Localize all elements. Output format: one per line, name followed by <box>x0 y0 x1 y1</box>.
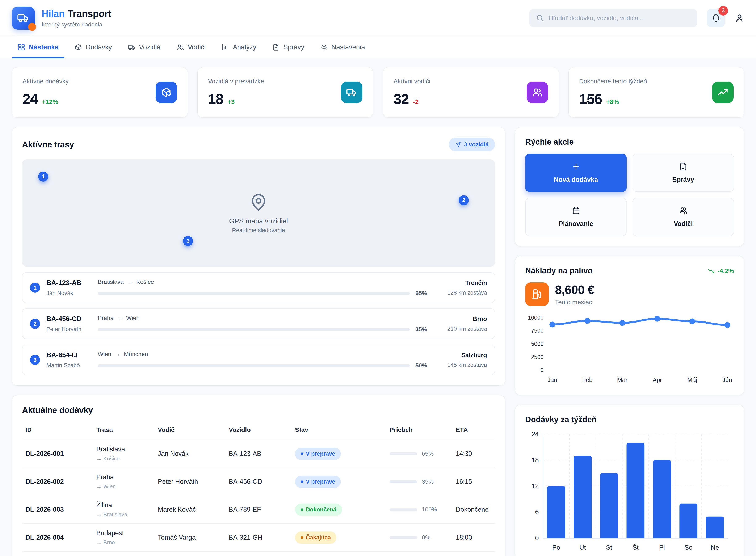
driver-name: Tomáš Varga <box>154 524 226 552</box>
col-id: ID <box>22 421 93 440</box>
vehicles-count-badge[interactable]: 3 vozidlá <box>449 138 495 151</box>
map-vehicle-marker[interactable]: 1 <box>38 172 48 182</box>
tab-vozidla[interactable]: Vozidlá <box>122 36 167 58</box>
route-item[interactable]: 2 BA-456-CD Peter Horváth Praha → Wien <box>22 308 495 339</box>
fuel-panel-title: Náklady na palivo <box>525 266 593 275</box>
progress-percent: 35% <box>422 478 434 485</box>
fuel-line-chart: 100007500500025000JanFebMarAprMájJún <box>525 311 734 385</box>
search-input[interactable] <box>549 14 690 22</box>
gps-map[interactable]: GPS mapa vozidiel Real-time sledovanie 1… <box>22 160 495 267</box>
map-vehicle-marker[interactable]: 3 <box>183 236 193 246</box>
quick-actions-title: Rýchle akcie <box>525 138 734 146</box>
route-progress-track <box>98 364 410 367</box>
app-header: HilanTransport Interný systém riadenia 3 <box>0 0 756 36</box>
truck-logo-icon <box>17 12 29 24</box>
package-check-icon <box>161 87 172 98</box>
quick-action-vodici[interactable]: Vodiči <box>632 198 734 236</box>
stat-label: Aktívni vodiči <box>393 78 430 85</box>
quick-action-spravy[interactable]: Správy <box>632 154 734 192</box>
fuel-line-chart-svg: 100007500500025000JanFebMarAprMájJún <box>525 311 734 385</box>
svg-text:So: So <box>684 544 692 551</box>
truck-icon <box>128 43 135 51</box>
tab-vodici[interactable]: Vodiči <box>171 36 211 58</box>
driver-name: Peter Horváth <box>46 326 92 333</box>
user-menu-button[interactable] <box>734 13 744 23</box>
eta-value: 17:45 <box>452 552 495 556</box>
route-number-badge: 3 <box>30 355 40 365</box>
quick-actions-grid: Nová dodávka Správy Plánovanie Vodiči <box>525 154 734 236</box>
navigation-icon <box>455 141 461 147</box>
svg-text:6: 6 <box>535 508 539 516</box>
file-icon <box>272 43 280 51</box>
vehicle-plate: BA-321-GH <box>225 524 291 552</box>
stat-value: 18 <box>208 91 224 107</box>
stat-card-aktivne-dodavky: Aktívne dodávky 24 +12% <box>12 67 188 117</box>
tab-spravy[interactable]: Správy <box>266 36 310 58</box>
quick-action-planovanie[interactable]: Plánovanie <box>525 198 627 236</box>
users-icon <box>177 43 184 51</box>
progress-track <box>389 452 417 455</box>
search-bar[interactable] <box>529 9 697 27</box>
svg-text:7500: 7500 <box>531 327 544 334</box>
fuel-amount: 8,600 € <box>555 283 594 297</box>
table-row[interactable]: DL-2026-004 Budapest → Brno Tomáš Varga … <box>22 524 495 552</box>
svg-text:24: 24 <box>531 430 539 438</box>
tab-analyzy[interactable]: Analýzy <box>216 36 262 58</box>
svg-text:Mar: Mar <box>617 377 628 383</box>
route-item[interactable]: 3 BA-654-IJ Martin Szabó Wien → München <box>22 345 495 375</box>
map-placeholder: GPS mapa vozidiel Real-time sledovanie <box>22 160 495 267</box>
route-to: → Wien <box>96 483 151 490</box>
map-vehicle-marker[interactable]: 2 <box>459 195 469 205</box>
svg-text:12: 12 <box>531 482 539 490</box>
current-location: Salzburg <box>461 352 487 359</box>
eta-value: 16:15 <box>452 468 495 496</box>
svg-text:Ne: Ne <box>711 544 719 551</box>
route-progress-percent: 35% <box>415 326 427 333</box>
online-status-dot <box>28 23 36 31</box>
progress-percent: 0% <box>422 534 430 541</box>
svg-text:18: 18 <box>531 456 539 463</box>
status-dot <box>301 536 303 539</box>
quick-action-nova-dodavka[interactable]: Nová dodávka <box>525 154 627 192</box>
col-driver: Vodič <box>154 421 226 440</box>
table-row[interactable]: DL-2026-001 Bratislava → Košice Ján Nová… <box>22 440 495 468</box>
calendar-icon <box>572 206 580 215</box>
tab-nastenka[interactable]: Nástenka <box>12 36 65 58</box>
col-eta: ETA <box>452 421 495 440</box>
table-row[interactable]: DL-2026-003 Žilina → Bratislava Marek Ko… <box>22 496 495 524</box>
table-row[interactable]: DL-2026-002 Praha → Wien Peter Horváth B… <box>22 468 495 496</box>
location-pin-icon <box>454 352 459 358</box>
table-row[interactable]: DL-2026-005 Wien → München Martin Szabó … <box>22 552 495 556</box>
package-icon <box>74 43 82 51</box>
vehicle-plate: BA-654-IJ <box>46 351 92 359</box>
fuel-costs-panel: Náklady na palivo -4.2% 8,600 € Tento me… <box>515 256 744 395</box>
route-to: Wien <box>126 315 140 321</box>
svg-text:Pi: Pi <box>659 544 665 551</box>
brand-suffix: Transport <box>68 8 111 19</box>
progress-percent: 65% <box>422 450 434 457</box>
eta-value: 18:00 <box>452 524 495 552</box>
tab-dodavky[interactable]: Dodávky <box>69 36 118 58</box>
right-column: Rýchle akcie Nová dodávka Správy Plánova… <box>515 127 744 556</box>
route-to: Košice <box>136 279 154 285</box>
search-icon <box>536 14 544 22</box>
stat-card-dokoncene-tento-tyzden: Dokončené tento týždeň 156 +8% <box>569 67 745 117</box>
col-progress: Priebeh <box>386 421 452 440</box>
route-to: → Brno <box>96 539 151 546</box>
brand: HilanTransport Interný systém riadenia <box>12 6 111 30</box>
route-number-badge: 1 <box>30 283 40 293</box>
route-list: 1 BA-123-AB Ján Novák Bratislava → Košic… <box>22 272 495 375</box>
route-item[interactable]: 1 BA-123-AB Ján Novák Bratislava → Košic… <box>22 272 495 303</box>
location-pin-icon <box>457 280 463 286</box>
weekly-bar-chart-svg: 06121824PoUtStŠtPiSoNe <box>525 429 734 553</box>
route-from: Žilina <box>96 501 151 509</box>
bell-icon <box>711 13 721 23</box>
stat-label: Dokončené tento týždeň <box>579 78 647 85</box>
notifications-button[interactable]: 3 <box>707 9 725 27</box>
map-title: GPS mapa vozidiel <box>229 217 288 225</box>
tab-nastavenia[interactable]: Nastavenia <box>314 36 371 58</box>
users-icon <box>532 87 543 98</box>
svg-text:0: 0 <box>541 367 544 373</box>
distance-remaining: 210 km zostáva <box>447 326 487 332</box>
svg-text:St: St <box>606 544 612 551</box>
